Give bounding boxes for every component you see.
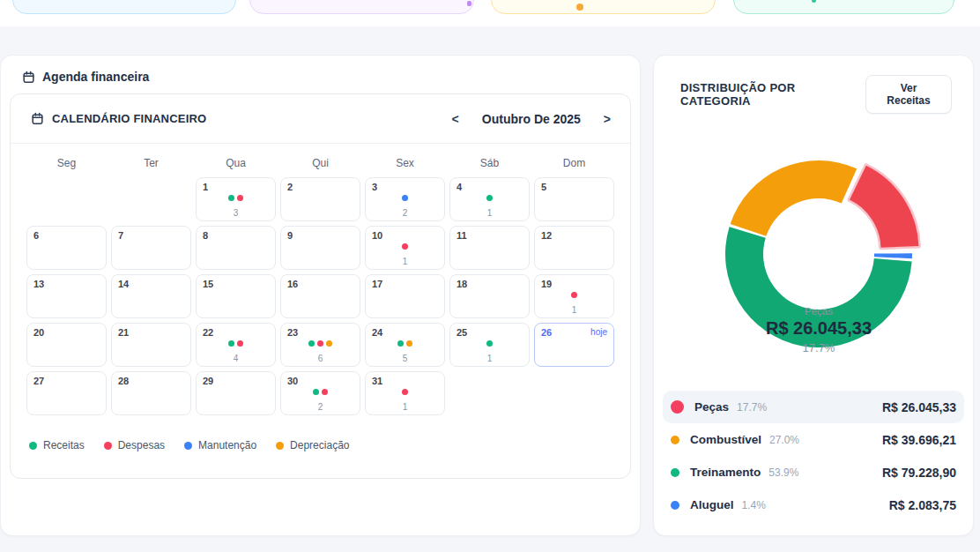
category-value: R$ 39.696,21 — [882, 433, 956, 447]
category-row-Aluguel[interactable]: Aluguel1.4%R$ 2.083,75 — [663, 489, 964, 521]
red-event-dot — [571, 292, 577, 298]
event-count: 4 — [197, 354, 275, 363]
calendar-grid: 1323241567891011112131415161718191202122… — [11, 177, 630, 415]
calendar-day-21[interactable]: 21 — [111, 323, 191, 367]
calendar-day-15[interactable]: 15 — [196, 274, 276, 318]
orange-event-dot — [326, 340, 332, 347]
stat-card-teal[interactable] — [733, 0, 954, 14]
day-number: 26 — [541, 327, 552, 338]
calendar-day-27[interactable]: 27 — [26, 371, 107, 415]
calendar-day-8[interactable]: 8 — [196, 226, 276, 270]
calendar-day-29[interactable]: 29 — [196, 371, 276, 415]
donut-slice-Peças[interactable] — [850, 166, 918, 248]
donut-slice-Aluguel[interactable] — [874, 253, 912, 258]
stat-card-purple[interactable] — [249, 0, 474, 14]
legend-label: Depreciação — [290, 439, 349, 451]
calendar-day-11[interactable]: 11 — [449, 226, 530, 270]
orange-category-dot — [671, 436, 679, 444]
calendar-day-3[interactable]: 32 — [365, 177, 445, 221]
blue-category-dot — [671, 501, 679, 510]
calendar-day-2[interactable]: 2 — [280, 177, 360, 221]
calendar-day-18[interactable]: 18 — [449, 274, 530, 318]
blue-legend-dot — [184, 442, 192, 450]
day-number: 11 — [457, 230, 467, 241]
day-number: 21 — [118, 327, 129, 338]
category-value: R$ 79.228,90 — [882, 466, 956, 480]
calendar-day-7[interactable]: 7 — [111, 226, 191, 270]
day-number: 1 — [203, 182, 208, 192]
weekday-label: Sex — [365, 157, 445, 169]
calendar-day-19[interactable]: 191 — [534, 274, 614, 318]
category-percent: 53.9% — [768, 466, 798, 479]
blue-event-dot — [402, 195, 408, 201]
top-band — [0, 0, 980, 26]
calendar-day-20[interactable]: 20 — [26, 323, 107, 367]
calendar-day-14[interactable]: 14 — [111, 274, 191, 318]
day-number: 24 — [372, 327, 382, 338]
stat-card-blue[interactable] — [12, 0, 236, 14]
calendar-day-22[interactable]: 224 — [196, 323, 276, 367]
ver-receitas-button[interactable]: Ver Receitas — [865, 75, 952, 114]
prev-month-button[interactable]: < — [452, 112, 459, 126]
green-event-dot — [228, 195, 234, 201]
day-number: 29 — [203, 376, 213, 386]
stat-card-yellow[interactable] — [491, 0, 716, 14]
calendar-day-17[interactable]: 17 — [365, 274, 445, 318]
legend-label: Receitas — [43, 439, 85, 451]
calendar-day-1[interactable]: 13 — [196, 177, 276, 221]
weekday-row: SegTerQuaQuiSexSábDom — [11, 157, 630, 169]
calendar-day-5[interactable]: 5 — [534, 177, 614, 221]
day-number: 31 — [372, 376, 382, 386]
stat-card-accent-dot — [576, 4, 583, 11]
calendar-icon — [31, 112, 44, 125]
weekday-label: Dom — [534, 157, 614, 169]
month-label: Outubro De 2025 — [482, 112, 581, 126]
day-number: 18 — [457, 279, 467, 289]
category-row-Treinamento[interactable]: Treinamento53.9%R$ 79.228,90 — [663, 456, 964, 489]
day-number: 19 — [541, 279, 552, 289]
calendar-day-31[interactable]: 311 — [365, 371, 445, 415]
event-dots — [366, 243, 444, 250]
category-name: Peças — [694, 400, 729, 414]
calendar-day-24[interactable]: 245 — [365, 323, 445, 367]
stat-card-accent-icon — [467, 1, 471, 6]
category-row-Combustível[interactable]: Combustível27.0%R$ 39.696,21 — [663, 423, 964, 456]
calendar-day-16[interactable]: 16 — [280, 274, 360, 318]
next-month-button[interactable]: > — [604, 112, 611, 126]
calendar-day-30[interactable]: 302 — [280, 371, 360, 415]
calendar-week: 272829302311 — [11, 371, 630, 415]
donut-slice-Combustível[interactable] — [731, 160, 858, 236]
calendar-day-23[interactable]: 236 — [280, 323, 360, 367]
category-row-Peças[interactable]: Peças17.7%R$ 26.045,33 — [663, 391, 964, 423]
category-name: Aluguel — [690, 498, 734, 511]
calendar-day-12[interactable]: 12 — [534, 226, 614, 270]
today-label: hoje — [590, 327, 607, 337]
day-number: 2 — [287, 182, 293, 192]
weekday-label: Sáb — [449, 157, 530, 169]
category-percent: 27.0% — [769, 434, 799, 446]
calendar-day-9[interactable]: 9 — [280, 226, 360, 270]
day-number: 25 — [457, 327, 467, 338]
event-count: 1 — [450, 208, 529, 218]
legend-label: Despesas — [118, 439, 165, 451]
day-number: 10 — [372, 230, 382, 241]
calendar-empty-slot — [449, 371, 530, 415]
weekday-label: Qua — [196, 157, 276, 169]
calendar-day-26[interactable]: 26hoje — [534, 323, 614, 367]
calendar-day-6[interactable]: 6 — [26, 226, 107, 270]
calendar-week: 13232415 — [11, 177, 630, 221]
month-nav: < Outubro De 2025 > — [452, 112, 611, 126]
green-event-dot — [486, 195, 493, 201]
category-list: Peças17.7%R$ 26.045,33Combustível27.0%R$… — [663, 391, 964, 521]
calendar-day-10[interactable]: 101 — [365, 226, 445, 270]
calendar-week: 67891011112 — [11, 226, 630, 270]
event-dots — [197, 195, 275, 201]
distribution-header: DISTRIBUIÇÃO POR CATEGORIA Ver Receitas — [680, 75, 952, 114]
calendar-day-28[interactable]: 28 — [111, 371, 191, 415]
red-event-dot — [402, 389, 408, 395]
calendar-day-25[interactable]: 251 — [449, 323, 530, 367]
day-number: 5 — [541, 182, 546, 192]
donut-chart[interactable] — [654, 133, 975, 398]
calendar-day-4[interactable]: 41 — [449, 177, 530, 221]
calendar-day-13[interactable]: 13 — [26, 274, 107, 318]
